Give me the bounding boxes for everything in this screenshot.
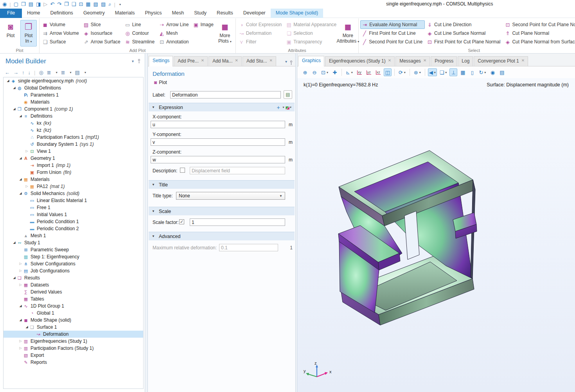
rotate-icon[interactable]: ⟳▾: [397, 68, 407, 76]
tree-item-solver-configurations[interactable]: ▷⋔Solver Configurations: [4, 260, 143, 267]
tree-item-geometry-1[interactable]: ◢AGeometry 1: [4, 155, 143, 162]
annotation-button[interactable]: ⊡Annotation: [158, 38, 191, 46]
model-builder-pin-icon[interactable]: [138, 59, 140, 61]
ribbon-tab-geometry[interactable]: Geometry: [78, 9, 110, 18]
description-checkbox[interactable]: [180, 168, 185, 173]
contour-button[interactable]: ◎Contour: [124, 29, 157, 38]
tree-item-boundary-system-1[interactable]: ↺Boundary System 1(sys 1): [4, 141, 143, 148]
undo-icon[interactable]: ↶: [50, 1, 54, 8]
ribbon-tab-home[interactable]: Home: [22, 9, 45, 18]
zoom-in-icon[interactable]: ⊕: [301, 68, 309, 76]
graphics-tab-messages[interactable]: Messages✕: [395, 56, 430, 66]
second-point-for-cut-line-button[interactable]: ╱Second Point for Cut Line: [360, 38, 425, 46]
tree-item-view-1[interactable]: ▷⊡View 1: [4, 148, 143, 155]
tree-expand-icon[interactable]: ◢: [12, 239, 16, 246]
material-appearance-button[interactable]: ▤Material Appearance: [285, 20, 339, 29]
zoom-box-icon[interactable]: ⊡▾: [320, 68, 329, 76]
settings-plot-button[interactable]: ◙ Plot: [152, 79, 169, 86]
tree-expand-icon[interactable]: ▷: [18, 267, 23, 274]
tree-expand-icon[interactable]: ▷: [18, 260, 23, 267]
tree-item-1d-plot-group-1[interactable]: ◢∿1D Plot Group 1: [4, 303, 143, 310]
new-file-icon[interactable]: ▢: [14, 1, 18, 8]
open-file-icon[interactable]: ❒: [21, 1, 26, 8]
add-expression-icon[interactable]: +: [277, 104, 280, 111]
tree-expand-icon[interactable]: ▷: [18, 338, 23, 345]
tree-expand-icon[interactable]: ◢: [18, 155, 23, 162]
tree-item-global-1[interactable]: ◔Global 1: [4, 310, 143, 317]
ribbon-tab-physics[interactable]: Physics: [140, 9, 167, 18]
duplicate-icon[interactable]: ⊡: [79, 1, 83, 8]
cut-plane-normal-from-surface-button[interactable]: ◈Cut Plane Normal from Surface: [503, 38, 575, 46]
tree-item-study-1[interactable]: ◢∾Study 1: [4, 239, 143, 246]
image-button[interactable]: ▣Image: [192, 20, 216, 29]
arrow-volume-button[interactable]: ⇉Arrow Volume: [41, 29, 81, 38]
collapse-one-icon[interactable]: ≣: [61, 70, 65, 75]
plot-button[interactable]: ◙Plot: [2, 20, 19, 47]
graphics-tab-progress[interactable]: Progress: [431, 56, 457, 66]
plot-update-icon[interactable]: ◤◢: [286, 105, 287, 110]
copy-icon[interactable]: ❐: [64, 1, 69, 8]
ribbon-tab-mesh[interactable]: Mesh: [167, 9, 189, 18]
tree-item-tables[interactable]: ▦Tables: [4, 295, 143, 303]
evaluate-along-normal-button[interactable]: ⇥Evaluate Along Normal: [360, 20, 425, 29]
tree-item-free-1[interactable]: ▭Free 1: [4, 204, 143, 211]
tree-item-materials[interactable]: ◉Materials: [4, 98, 143, 106]
second-point-for-cut-plane-normal-button[interactable]: ⊡Second Point for Cut Plane Normal: [503, 20, 575, 29]
graphics-tab-eigenfrequencies-study-1-[interactable]: Eigenfrequencies (Study 1)✕: [325, 56, 395, 66]
scene-light-icon[interactable]: ⊛▾: [413, 68, 422, 76]
tree-expand-icon[interactable]: ▷: [25, 183, 29, 190]
tree-item-participation-factors-1[interactable]: ∴Participation Factors 1(mpf1): [4, 134, 143, 141]
tree-item-datasets[interactable]: ▷▦Datasets: [4, 281, 143, 288]
tree-item-reports[interactable]: ✎Reports: [4, 359, 143, 366]
xz-view-icon[interactable]: xz: [374, 68, 382, 76]
plot-in-button[interactable]: ❐Plot In▾: [20, 20, 37, 47]
cut-line-surface-normal-button[interactable]: ◈Cut Line Surface Normal: [426, 29, 503, 38]
snapshot-icon[interactable]: ◉: [489, 68, 496, 76]
model-builder-menu-caret[interactable]: ▾: [132, 59, 134, 63]
graphics-canvas[interactable]: k(1)=0 Eigenfrequency=7682.8 Hz Surface:…: [297, 78, 575, 392]
tree-item-global-definitions[interactable]: ◢◍Global Definitions: [4, 84, 143, 91]
color-expression-button[interactable]: ◑Color Expression: [237, 20, 284, 29]
save-preview-icon[interactable]: ◨: [36, 1, 41, 8]
model-tree-node-text-icon[interactable]: ▤: [75, 70, 80, 75]
show-icon[interactable]: ◎: [39, 70, 43, 75]
tabbar-menu-caret[interactable]: ▾: [285, 59, 287, 64]
select-box-icon[interactable]: ▧: [93, 1, 98, 8]
graphics-tab-convergence-plot-1[interactable]: Convergence Plot 1✕: [474, 56, 528, 66]
description-input[interactable]: [190, 167, 285, 174]
redo-icon[interactable]: ↷: [57, 1, 61, 8]
show-axis-icon[interactable]: ⊥: [449, 68, 457, 76]
tree-expand-icon[interactable]: ◢: [6, 77, 10, 84]
tree-expand-icon[interactable]: ◢: [25, 324, 29, 331]
back-icon[interactable]: ←: [5, 70, 10, 75]
cut-plane-normal-button[interactable]: ⇑Cut Plane Normal: [503, 29, 575, 38]
cut-line-direction-button[interactable]: ⇓Cut Line Direction: [426, 20, 503, 29]
rename-button[interactable]: ▤: [284, 90, 292, 99]
orthographic-projection-icon[interactable]: ◫: [384, 68, 392, 76]
tree-item-parameters-1[interactable]: PᵢParameters 1: [4, 91, 143, 98]
ribbon-tab-developer[interactable]: Developer: [238, 9, 271, 18]
tree-item-pa12[interactable]: ▷▦PA12(mat 1): [4, 183, 143, 190]
tree-item-component-1[interactable]: ◢❒Component 1(comp 1): [4, 106, 143, 113]
tree-item-participation-factors-study-1-[interactable]: ▷▥Participation Factors (Study 1): [4, 345, 143, 352]
tree-expand-icon[interactable]: ◢: [18, 303, 23, 310]
close-tab-icon[interactable]: ✕: [270, 58, 273, 66]
tree-item-deformation[interactable]: ↝Deformation: [4, 331, 143, 338]
tree-item-eigenfrequencies-study-1-[interactable]: ▷▥Eigenfrequencies (Study 1): [4, 338, 143, 345]
tree-item-kz[interactable]: ∿kz(kz): [4, 127, 143, 134]
tree-item-derived-values[interactable]: ∑Derived Values: [4, 288, 143, 295]
tree-expand-icon[interactable]: ◢: [18, 113, 23, 120]
section-title[interactable]: ▼ Title: [149, 180, 295, 189]
ribbon-tab-materials[interactable]: Materials: [110, 9, 140, 18]
x-component-input[interactable]: [151, 121, 285, 128]
transparency-icon[interactable]: ❏▾: [438, 68, 448, 76]
deformation-button[interactable]: ↝Deformation: [237, 29, 284, 38]
zoom-extents-icon[interactable]: ✚: [331, 68, 339, 76]
tree-expand-icon[interactable]: ▷: [18, 281, 23, 288]
pin-icon[interactable]: [290, 61, 292, 63]
label-input[interactable]: [170, 91, 281, 98]
tree-expand-icon[interactable]: ◢: [12, 84, 16, 91]
max-relative-deformation-input[interactable]: [219, 244, 278, 251]
tree-item-step-1-eigenfrequency[interactable]: ▥Step 1: Eigenfrequency: [4, 253, 143, 260]
close-tab-icon[interactable]: ✕: [423, 58, 426, 66]
